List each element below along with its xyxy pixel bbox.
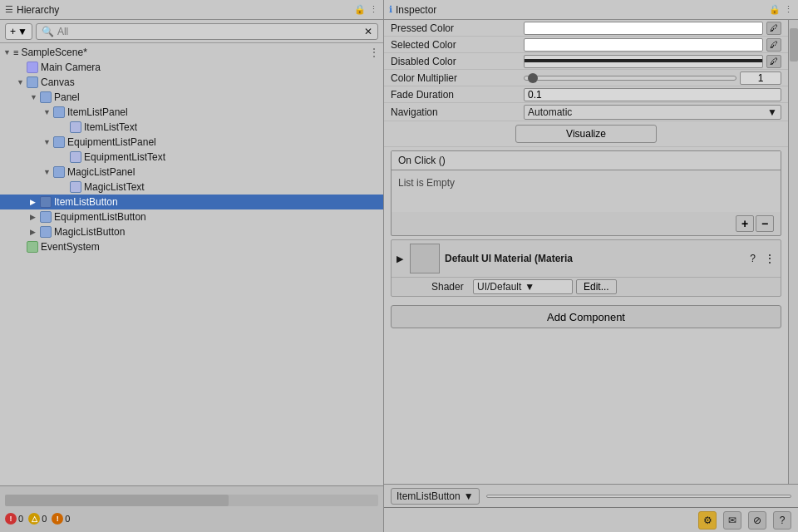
plus-icon: + xyxy=(10,26,16,37)
error-count: 0 xyxy=(18,514,23,524)
mlb-icon xyxy=(40,226,52,238)
tree-item-eventsystem[interactable]: EventSystem xyxy=(0,239,383,254)
bottom-icon-message[interactable]: ✉ xyxy=(723,511,741,530)
canvas-triangle: ▼ xyxy=(17,78,27,86)
hierarchy-menu-icon[interactable]: ⋮ xyxy=(369,4,378,15)
color-multiplier-thumb[interactable] xyxy=(528,73,538,83)
tree-item-main-camera[interactable]: Main Camera xyxy=(0,60,383,75)
pressed-color-eyedropper[interactable]: 🖊 xyxy=(766,22,781,35)
tree-item-equipmentlistpanel[interactable]: ▼ EquipmentListPanel xyxy=(0,135,383,150)
footer-item-label: ItemListButton xyxy=(397,490,461,502)
warn-status: △ 0 xyxy=(28,513,47,525)
scrollbar-thumb[interactable] xyxy=(790,28,798,62)
tree-item-magiclisttext[interactable]: MagicListText xyxy=(0,180,383,195)
pressed-color-swatch[interactable] xyxy=(524,22,763,35)
inspector-scroll-area: Pressed Color 🖊 Selected Color 🖊 xyxy=(384,20,798,484)
material-expand-arrow[interactable]: ▶ xyxy=(397,254,403,264)
mlt-label: MagicListText xyxy=(84,181,145,193)
search-icon: 🔍 xyxy=(42,26,54,37)
scene-menu-icon[interactable]: ⋮ xyxy=(368,46,380,59)
fade-duration-row: Fade Duration 0.1 xyxy=(384,86,788,103)
info-status: ! 0 xyxy=(52,513,70,525)
footer-slider[interactable] xyxy=(486,495,791,498)
fade-duration-input[interactable]: 0.1 xyxy=(524,88,781,101)
onclick-label: On Click () xyxy=(398,155,446,166)
scene-icon: ≡ xyxy=(13,47,18,57)
material-title: Default UI Material (Materia xyxy=(445,253,573,264)
shader-dropdown[interactable]: UI/Default ▼ xyxy=(473,279,573,294)
ilp-icon xyxy=(53,106,65,118)
footer-item-dropdown[interactable]: ItemListButton ▼ xyxy=(391,488,480,505)
disabled-color-swatch[interactable] xyxy=(524,55,763,68)
mlb-triangle: ▶ xyxy=(30,228,40,236)
inspector-title: Inspector xyxy=(396,4,766,16)
search-input[interactable] xyxy=(57,26,361,37)
material-info: Default UI Material (Materia xyxy=(445,253,745,264)
onclick-body: List is Empty xyxy=(392,170,781,212)
elp-label: EquipmentListPanel xyxy=(67,136,156,148)
hierarchy-list-icon: ☰ xyxy=(5,4,13,15)
error-status: ! 0 xyxy=(5,513,23,525)
disabled-color-eyedropper[interactable]: 🖊 xyxy=(766,55,781,68)
scene-label: SampleScene* xyxy=(21,47,86,58)
fade-duration-label: Fade Duration xyxy=(391,89,524,101)
tree-item-itemlistpanel[interactable]: ▼ ItemListPanel xyxy=(0,105,383,120)
bottom-icon-block[interactable]: ⊘ xyxy=(748,511,766,530)
error-icon: ! xyxy=(5,513,17,525)
tree-item-magiclistpanel[interactable]: ▼ MagicListPanel xyxy=(0,165,383,180)
ilt-label: ItemListText xyxy=(84,121,137,133)
color-multiplier-input[interactable]: 1 xyxy=(740,71,781,85)
help-icon: ? xyxy=(780,515,786,526)
onclick-remove-button[interactable]: − xyxy=(756,215,774,232)
scene-root[interactable]: ▼ ≡ SampleScene* ⋮ xyxy=(0,45,383,60)
bottom-icons-row: ⚙ ✉ ⊘ ? xyxy=(384,507,798,532)
ilb-label: ItemListButton xyxy=(54,196,118,208)
warn-icon: △ xyxy=(28,513,40,525)
elb-triangle: ▶ xyxy=(30,213,40,221)
material-shader-row: Shader UI/Default ▼ Edit... xyxy=(392,277,781,296)
inspector-scrollbar[interactable] xyxy=(788,20,798,484)
shader-edit-button[interactable]: Edit... xyxy=(576,279,617,294)
navigation-dropdown[interactable]: Automatic ▼ xyxy=(524,105,781,120)
hierarchy-toolbar: + ▼ 🔍 ✕ xyxy=(0,20,383,43)
navigation-row: Navigation Automatic ▼ xyxy=(384,103,788,121)
add-component-button[interactable]: Add Component xyxy=(391,305,781,328)
add-button[interactable]: + ▼ xyxy=(5,23,32,40)
selected-color-eyedropper[interactable]: 🖊 xyxy=(766,38,781,52)
material-menu-icon[interactable]: ⋮ xyxy=(764,252,776,265)
selected-color-label: Selected Color xyxy=(391,39,524,51)
tree-item-equipmentlistbutton[interactable]: ▶ EquipmentListButton xyxy=(0,209,383,224)
list-empty-label: List is Empty xyxy=(398,177,455,189)
color-multiplier-track[interactable] xyxy=(524,76,736,81)
search-clear-icon[interactable]: ✕ xyxy=(364,26,372,37)
color-multiplier-label: Color Multiplier xyxy=(391,72,524,84)
scene-triangle: ▼ xyxy=(3,48,13,57)
selected-color-row: Selected Color 🖊 xyxy=(384,37,788,53)
inspector-lock-icon[interactable]: 🔒 xyxy=(769,4,781,15)
tree-item-magiclistbutton[interactable]: ▶ MagicListButton xyxy=(0,224,383,239)
bottom-icon-help[interactable]: ? xyxy=(773,511,791,530)
onclick-footer: + − xyxy=(392,212,781,235)
tree-item-itemlisttext[interactable]: ItemListText xyxy=(0,120,383,135)
canvas-icon xyxy=(27,76,38,88)
selected-color-swatch[interactable] xyxy=(524,38,763,52)
mlp-label: MagicListPanel xyxy=(67,166,135,178)
tree-item-equipmentlisttext[interactable]: EquipmentListText xyxy=(0,150,383,165)
onclick-add-button[interactable]: + xyxy=(736,215,754,232)
visualize-button[interactable]: Visualize xyxy=(515,125,657,143)
info-count: 0 xyxy=(65,514,70,524)
tree-item-itemlistbutton[interactable]: ▶ ItemListButton xyxy=(0,195,383,209)
navigation-label: Navigation xyxy=(391,106,524,118)
footer-dropdown-arrow: ▼ xyxy=(464,490,474,502)
canvas-label: Canvas xyxy=(41,76,75,88)
inspector-menu-icon[interactable]: ⋮ xyxy=(784,4,793,15)
hierarchy-lock-icon[interactable]: 🔒 xyxy=(354,4,366,15)
tree-item-canvas[interactable]: ▼ Canvas xyxy=(0,75,383,90)
ilb-triangle: ▶ xyxy=(30,198,40,206)
panel-label: Panel xyxy=(54,91,80,103)
material-swatch xyxy=(410,244,440,273)
bottom-icon-gear[interactable]: ⚙ xyxy=(698,511,717,530)
warn-count: 0 xyxy=(42,514,47,524)
tree-item-panel[interactable]: ▼ Panel xyxy=(0,90,383,105)
add-component-row: Add Component xyxy=(384,300,788,333)
